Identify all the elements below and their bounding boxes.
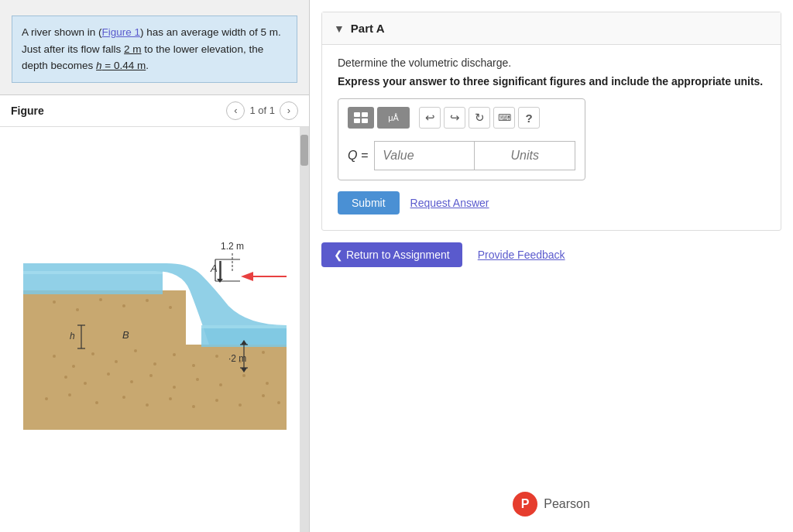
svg-rect-68 xyxy=(354,118,360,123)
svg-point-21 xyxy=(266,382,269,385)
svg-point-29 xyxy=(215,399,218,402)
express-text: Express your answer to three significant… xyxy=(338,75,765,88)
q-label: Q = xyxy=(348,149,368,163)
svg-point-5 xyxy=(134,349,137,352)
part-header: ▼ Part A xyxy=(322,12,781,45)
help-button[interactable]: ? xyxy=(518,107,540,129)
svg-point-12 xyxy=(64,376,67,379)
units-input[interactable] xyxy=(475,141,575,170)
svg-point-26 xyxy=(146,403,149,407)
svg-rect-69 xyxy=(362,118,368,123)
figure-nav: ‹ 1 of 1 › xyxy=(226,101,298,120)
svg-point-8 xyxy=(192,364,195,367)
figure-section: Figure ‹ 1 of 1 › xyxy=(0,94,309,532)
return-to-assignment-button[interactable]: ❮ Return to Assignment xyxy=(321,242,462,267)
svg-point-25 xyxy=(122,396,125,399)
svg-point-32 xyxy=(277,401,280,404)
svg-point-39 xyxy=(169,306,172,309)
svg-rect-0 xyxy=(23,345,287,430)
part-title: Part A xyxy=(351,22,385,35)
keyboard-button[interactable]: ⌨ xyxy=(493,107,515,129)
determine-text: Determine the volumetric discharge. xyxy=(338,57,765,69)
svg-point-22 xyxy=(45,397,48,400)
svg-point-17 xyxy=(173,386,176,389)
svg-point-27 xyxy=(169,397,172,400)
pearson-footer: P Pearson xyxy=(310,476,793,532)
figure-image: 1.2 m A B h B xyxy=(23,228,287,430)
svg-rect-43 xyxy=(201,325,287,328)
svg-rect-33 xyxy=(23,290,186,345)
toggle-icon[interactable]: ▼ xyxy=(334,22,345,35)
svg-point-2 xyxy=(72,365,75,368)
svg-point-9 xyxy=(215,355,218,358)
part-body: Determine the volumetric discharge. Expr… xyxy=(322,45,781,230)
left-panel: A river shown in (Figure 1) has an avera… xyxy=(0,0,310,532)
figure-content: 1.2 m A B h B xyxy=(0,127,309,532)
svg-point-6 xyxy=(153,362,156,366)
part-section: ▼ Part A Determine the volumetric discha… xyxy=(321,12,781,231)
svg-text:h: h xyxy=(70,331,75,342)
figure-next-button[interactable]: › xyxy=(280,101,298,120)
fall-distance: 2 m xyxy=(124,43,142,55)
svg-text:·2 m: ·2 m xyxy=(228,353,246,364)
svg-point-38 xyxy=(146,299,149,302)
redo-button[interactable]: ↪ xyxy=(444,107,465,129)
svg-point-23 xyxy=(68,393,71,396)
svg-point-18 xyxy=(196,378,199,381)
undo-button[interactable]: ↩ xyxy=(419,107,441,129)
svg-point-15 xyxy=(130,380,133,383)
svg-point-19 xyxy=(219,383,222,386)
svg-point-13 xyxy=(84,382,87,385)
svg-text:A: A xyxy=(210,263,218,274)
bottom-bar: ❮ Return to Assignment Provide Feedback xyxy=(310,231,793,279)
svg-text:1.2 m: 1.2 m xyxy=(221,241,244,252)
svg-point-35 xyxy=(76,308,79,311)
svg-point-30 xyxy=(239,403,242,407)
svg-point-16 xyxy=(149,374,153,377)
figure-title: Figure xyxy=(11,105,44,117)
problem-text: A river shown in (Figure 1) has an avera… xyxy=(12,15,297,83)
units-button[interactable]: μÅ xyxy=(377,107,410,129)
answer-container: μÅ ↩ ↪ ↻ ⌨ ? Q = xyxy=(338,98,585,180)
svg-rect-41 xyxy=(23,271,163,274)
figure-page-info: 1 of 1 xyxy=(249,105,275,116)
value-input[interactable] xyxy=(374,141,475,170)
svg-point-31 xyxy=(262,394,265,397)
svg-point-36 xyxy=(99,298,102,301)
right-panel: ▼ Part A Determine the volumetric discha… xyxy=(310,0,793,532)
svg-point-7 xyxy=(173,353,176,356)
scroll-bar[interactable] xyxy=(300,127,309,532)
submit-row: Submit Request Answer xyxy=(338,191,765,215)
svg-point-3 xyxy=(91,352,94,355)
request-answer-button[interactable]: Request Answer xyxy=(410,197,489,209)
pearson-label: Pearson xyxy=(544,497,590,511)
provide-feedback-button[interactable]: Provide Feedback xyxy=(478,249,565,261)
svg-rect-66 xyxy=(354,112,360,117)
svg-point-14 xyxy=(107,372,110,376)
svg-point-11 xyxy=(262,351,265,354)
svg-rect-67 xyxy=(362,112,368,117)
grid-icon-button[interactable] xyxy=(348,107,374,129)
answer-row: Q = xyxy=(348,141,575,170)
svg-point-34 xyxy=(53,300,56,304)
figure-link[interactable]: Figure 1 xyxy=(102,26,141,38)
toolbar: μÅ ↩ ↪ ↻ ⌨ ? xyxy=(348,107,575,133)
submit-button[interactable]: Submit xyxy=(338,191,400,215)
svg-point-37 xyxy=(122,304,125,307)
figure-prev-button[interactable]: ‹ xyxy=(226,101,245,120)
svg-point-20 xyxy=(242,374,245,377)
depth-value: h = 0.44 m xyxy=(96,60,146,71)
figure-header: Figure ‹ 1 of 1 › xyxy=(0,95,309,127)
refresh-button[interactable]: ↻ xyxy=(469,107,490,129)
svg-point-24 xyxy=(95,401,98,404)
pearson-logo-icon: P xyxy=(513,492,537,517)
svg-point-1 xyxy=(53,355,56,358)
svg-point-28 xyxy=(192,405,195,408)
scroll-thumb xyxy=(300,135,308,166)
svg-text:B: B xyxy=(122,329,129,341)
svg-point-4 xyxy=(115,360,118,363)
svg-rect-40 xyxy=(23,271,163,294)
